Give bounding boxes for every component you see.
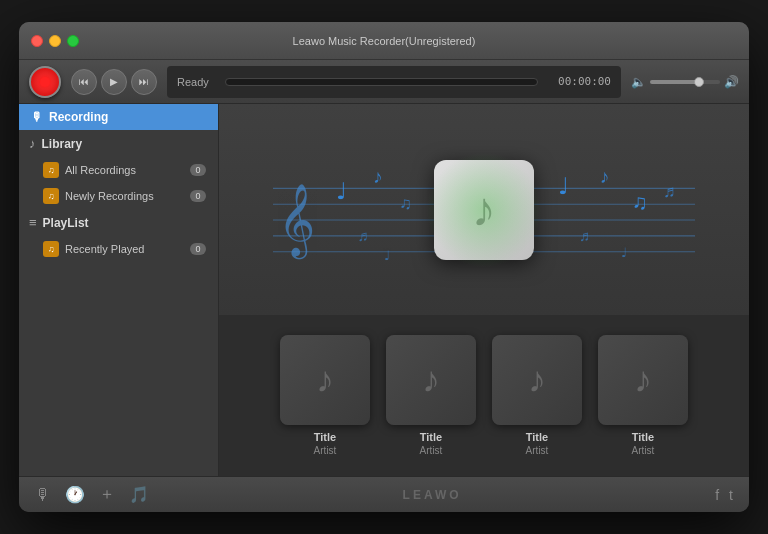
all-recordings-icon: ♫ [43, 162, 59, 178]
progress-area: Ready 00:00:00 [167, 66, 621, 98]
svg-text:♬: ♬ [663, 182, 676, 201]
grid-title-3: Title [632, 431, 654, 443]
volume-max-icon: 🔊 [724, 75, 739, 89]
close-button[interactable] [31, 35, 43, 47]
sidebar-item-recently-played[interactable]: ♫ Recently Played 0 [19, 236, 218, 262]
volume-slider[interactable] [650, 80, 720, 84]
playlist-label: PlayList [43, 216, 89, 230]
svg-text:♬: ♬ [579, 228, 590, 244]
volume-icon: 🔈 [631, 75, 646, 89]
history-icon[interactable]: 🕐 [65, 485, 85, 504]
featured-music-note-icon: ♪ [472, 182, 496, 237]
grid-item-1[interactable]: ♪ Title Artist [386, 335, 476, 456]
recording-label: Recording [49, 110, 108, 124]
microphone-icon: 🎙 [31, 110, 43, 124]
grid-title-2: Title [526, 431, 548, 443]
grid-item-3[interactable]: ♪ Title Artist [598, 335, 688, 456]
twitter-icon[interactable]: t [729, 487, 733, 503]
play-button[interactable]: ▶ [101, 69, 127, 95]
grid-artist-2: Artist [526, 445, 549, 456]
svg-text:♫: ♫ [632, 191, 648, 214]
recently-played-icon: ♫ [43, 241, 59, 257]
grid-title-1: Title [420, 431, 442, 443]
sidebar: 🎙 Recording ♪ Library ♫ All Recordings 0… [19, 104, 219, 476]
transport-buttons: ⏮ ▶ ⏭ [71, 69, 157, 95]
svg-text:♫: ♫ [400, 195, 413, 214]
maximize-button[interactable] [67, 35, 79, 47]
recording-header: 🎙 Recording [19, 104, 218, 130]
main-content: 🎙 Recording ♪ Library ♫ All Recordings 0… [19, 104, 749, 476]
progress-bar[interactable] [225, 78, 538, 86]
grid-album-2: ♪ [492, 335, 582, 425]
library-label: Library [42, 137, 83, 151]
fast-forward-button[interactable]: ⏭ [131, 69, 157, 95]
record-button[interactable] [29, 66, 61, 98]
library-icon: ♪ [29, 136, 36, 151]
add-icon[interactable]: ＋ [99, 484, 115, 505]
grid-note-icon-1: ♪ [422, 359, 440, 401]
fast-forward-icon: ⏭ [139, 76, 149, 87]
grid-artist-0: Artist [314, 445, 337, 456]
bottom-icons: 🎙 🕐 ＋ 🎵 [35, 484, 149, 505]
grid-note-icon-2: ♪ [528, 359, 546, 401]
grid-artist-1: Artist [420, 445, 443, 456]
svg-text:♪: ♪ [373, 166, 383, 187]
all-recordings-label: All Recordings [65, 164, 136, 176]
grid-album-1: ♪ [386, 335, 476, 425]
title-bar: Leawo Music Recorder(Unregistered) [19, 22, 749, 60]
sidebar-item-newly-recordings[interactable]: ♫ Newly Recordings 0 [19, 183, 218, 209]
svg-text:♬: ♬ [357, 228, 368, 244]
newly-recordings-badge: 0 [190, 190, 206, 202]
ready-label: Ready [177, 76, 217, 88]
svg-text:♩: ♩ [558, 173, 569, 199]
app-window: Leawo Music Recorder(Unregistered) ⏮ ▶ ⏭… [19, 22, 749, 512]
featured-area: 𝄞 ♩ ♪ ♫ ♩ ♪ ♫ ♬ ♬ ♩ ♬ ♩ [219, 104, 749, 315]
music-icon[interactable]: 🎵 [129, 485, 149, 504]
recently-played-label: Recently Played [65, 243, 145, 255]
grid-album-0: ♪ [280, 335, 370, 425]
library-section: ♪ Library [19, 130, 218, 157]
play-icon: ▶ [110, 76, 118, 87]
playlist-icon: ≡ [29, 215, 37, 230]
volume-area: 🔈 🔊 [631, 75, 739, 89]
window-title: Leawo Music Recorder(Unregistered) [293, 35, 476, 47]
microphone-bottom-icon[interactable]: 🎙 [35, 486, 51, 504]
bottom-grid: ♪ Title Artist ♪ Title Artist ♪ Tit [219, 315, 749, 476]
svg-text:♩: ♩ [336, 178, 347, 204]
facebook-icon[interactable]: f [715, 487, 719, 503]
grid-album-3: ♪ [598, 335, 688, 425]
svg-text:♩: ♩ [384, 249, 390, 263]
svg-text:𝄞: 𝄞 [278, 184, 315, 260]
featured-album-art: ♪ [434, 160, 534, 260]
grid-artist-3: Artist [632, 445, 655, 456]
social-icons: f t [715, 487, 733, 503]
main-area: 𝄞 ♩ ♪ ♫ ♩ ♪ ♫ ♬ ♬ ♩ ♬ ♩ [219, 104, 749, 476]
recently-played-badge: 0 [190, 243, 206, 255]
rewind-button[interactable]: ⏮ [71, 69, 97, 95]
newly-recordings-icon: ♫ [43, 188, 59, 204]
grid-title-0: Title [314, 431, 336, 443]
rewind-icon: ⏮ [79, 76, 89, 87]
traffic-lights [31, 35, 79, 47]
brand-label: LEAWO [149, 488, 715, 502]
newly-recordings-label: Newly Recordings [65, 190, 154, 202]
toolbar: ⏮ ▶ ⏭ Ready 00:00:00 🔈 🔊 [19, 60, 749, 104]
minimize-button[interactable] [49, 35, 61, 47]
svg-text:♪: ♪ [600, 166, 610, 187]
sidebar-item-all-recordings[interactable]: ♫ All Recordings 0 [19, 157, 218, 183]
grid-note-icon-3: ♪ [634, 359, 652, 401]
grid-item-2[interactable]: ♪ Title Artist [492, 335, 582, 456]
time-display: 00:00:00 [546, 75, 611, 88]
volume-knob [694, 77, 704, 87]
grid-item-0[interactable]: ♪ Title Artist [280, 335, 370, 456]
svg-text:♩: ♩ [621, 246, 627, 260]
playlist-section: ≡ PlayList [19, 209, 218, 236]
all-recordings-badge: 0 [190, 164, 206, 176]
bottom-bar: 🎙 🕐 ＋ 🎵 LEAWO f t [19, 476, 749, 512]
grid-note-icon-0: ♪ [316, 359, 334, 401]
